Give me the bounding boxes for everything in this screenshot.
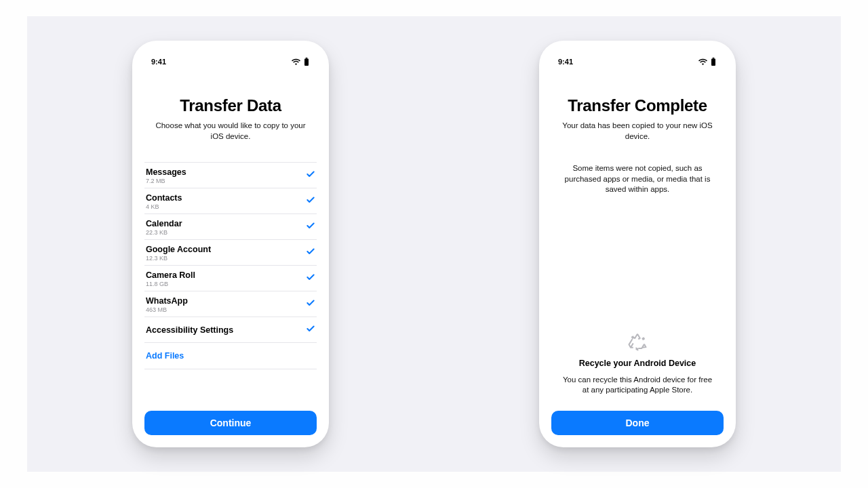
battery-icon [303,58,310,66]
status-bar: 9:41 [144,56,317,68]
list-item[interactable]: WhatsApp 463 MB [144,291,317,317]
item-size: 7.2 MB [146,178,186,184]
check-icon [306,195,315,207]
item-label: WhatsApp [146,296,188,306]
status-time: 9:41 [558,58,573,66]
status-icons [292,58,310,66]
item-label: Messages [146,167,186,177]
item-size: 12.3 KB [146,255,211,262]
recycle-section: Recycle your Android Device You can recy… [551,331,724,396]
item-label: Calendar [146,219,182,228]
list-item[interactable]: Accessibility Settings [144,317,317,343]
svg-rect-2 [711,59,715,66]
recycle-title: Recycle your Android Device [558,359,717,368]
check-icon [306,324,315,336]
list-item[interactable]: Messages 7.2 MB [144,163,317,188]
check-icon [306,247,315,259]
item-label: Google Account [146,245,211,254]
add-files-link[interactable]: Add Files [144,343,317,369]
wifi-icon [292,58,300,65]
phone-transfer-complete: 9:41 Transfer Complete Your data has bee… [539,41,736,447]
item-size: 11.8 GB [146,281,195,287]
continue-button[interactable]: Continue [144,411,317,435]
screen-header: Transfer Data Choose what you would like… [144,68,317,152]
phone-transfer-data: 9:41 Transfer Data Choose what you would… [132,41,329,447]
check-icon [306,169,315,182]
item-size: 22.3 KB [146,229,182,236]
list-item[interactable]: Contacts 4 KB [144,188,317,214]
page-title: Transfer Data [149,96,313,115]
svg-rect-1 [306,58,308,59]
list-item[interactable]: Google Account 12.3 KB [144,240,317,266]
recycle-icon [558,331,717,352]
item-size: 4 KB [146,203,182,210]
status-bar: 9:41 [551,56,724,68]
item-label: Camera Roll [146,270,195,280]
svg-rect-3 [713,58,715,59]
status-time: 9:41 [151,58,166,66]
wifi-icon [698,58,707,65]
battery-icon [710,58,717,66]
check-icon [306,298,315,310]
check-icon [306,221,315,233]
item-size: 463 MB [146,306,188,313]
item-label: Contacts [146,193,182,203]
status-icons [698,58,717,66]
item-label: Accessibility Settings [146,325,233,335]
check-icon [306,272,315,285]
recycle-body: You can recycle this Android device for … [558,375,717,396]
svg-rect-0 [304,59,309,66]
data-types-list: Messages 7.2 MB Contacts 4 KB Calendar [144,162,317,369]
list-item[interactable]: Camera Roll 11.8 GB [144,266,317,291]
page-title: Transfer Complete [555,96,719,115]
page-subtitle: Your data has been copied to your new iO… [555,121,719,142]
page-subtitle: Choose what you would like to copy to yo… [149,121,313,142]
transfer-note: Some items were not copied, such as purc… [551,163,724,195]
list-item[interactable]: Calendar 22.3 KB [144,214,317,240]
done-button[interactable]: Done [551,411,724,435]
screen-header: Transfer Complete Your data has been cop… [551,68,724,152]
